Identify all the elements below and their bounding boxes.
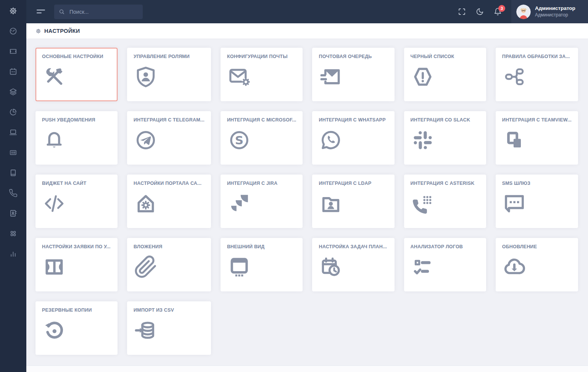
avatar bbox=[516, 5, 531, 19]
mail-gear-icon bbox=[227, 65, 251, 89]
settings-card-mail-send[interactable]: ПОЧТОВАЯ ОЧЕРЕДЬ bbox=[312, 48, 394, 101]
settings-card-clip[interactable]: ВЛОЖЕНИЯ bbox=[127, 238, 211, 291]
notifications-bell-icon[interactable]: 3 bbox=[493, 8, 502, 16]
sidebar-item-settings[interactable] bbox=[0, 1, 26, 21]
settings-card-mail-gear[interactable]: КОНФИГУРАЦИИ ПОЧТЫ bbox=[221, 48, 303, 101]
checklist-icon bbox=[411, 255, 435, 279]
skype-icon bbox=[227, 128, 251, 152]
mail-send-icon bbox=[319, 65, 343, 89]
phone-icon bbox=[9, 189, 18, 197]
bar-chart-icon bbox=[9, 249, 18, 258]
card-title: ПОЧТОВАЯ ОЧЕРЕДЬ bbox=[319, 54, 388, 59]
notification-badge: 3 bbox=[498, 5, 505, 12]
card-title: АНАЛИЗАТОР ЛОГОВ bbox=[411, 244, 480, 249]
sms-icon bbox=[503, 192, 526, 215]
settings-card-phone-pad[interactable]: ИНТЕГРАЦИЯ С ASTERISK bbox=[404, 175, 486, 228]
sidebar-item-knowledge-base[interactable] bbox=[0, 163, 26, 183]
card-title: УПРАВЛЕНИЕ РОЛЯМИ bbox=[134, 54, 205, 59]
sidebar-item-contacts[interactable] bbox=[0, 203, 26, 223]
sidebar-item-reports[interactable] bbox=[0, 102, 26, 122]
settings-card-hex-alert[interactable]: ЧЕРНЫЙ СПИСОК bbox=[404, 48, 486, 101]
phone-pad-icon bbox=[411, 192, 435, 215]
squares-icon bbox=[503, 128, 526, 152]
card-title: ОСНОВНЫЕ НАСТРОЙКИ bbox=[42, 54, 111, 59]
settings-card-shield-user[interactable]: УПРАВЛЕНИЕ РОЛЯМИ bbox=[127, 48, 211, 101]
moon-icon[interactable] bbox=[475, 8, 484, 16]
settings-card-sms[interactable]: SMS ШЛЮЗ bbox=[496, 175, 578, 228]
sidebar-item-statistics[interactable] bbox=[0, 244, 26, 264]
search-input[interactable] bbox=[69, 8, 138, 15]
user-menu[interactable]: Администратор Администратор bbox=[511, 0, 588, 23]
card-title: ИМПОРТ ИЗ CSV bbox=[134, 307, 205, 313]
card-title: ВИДЖЕТ НА САЙТ bbox=[42, 181, 111, 186]
settings-card-telegram[interactable]: ИНТЕГРАЦИЯ С TELEGRAM... bbox=[127, 111, 211, 165]
cloud-down-icon bbox=[503, 255, 526, 279]
sidebar-item-calendar[interactable] bbox=[0, 61, 26, 82]
telegram-icon bbox=[134, 128, 158, 152]
gear-icon bbox=[35, 28, 41, 34]
card-title: ВНЕШНИЙ ВИД bbox=[227, 244, 296, 249]
sidebar-item-dashboard[interactable] bbox=[0, 21, 26, 41]
settings-content: ОСНОВНЫЕ НАСТРОЙКИ УПРАВЛЕНИЕ РОЛЯМИ КОН… bbox=[26, 39, 588, 366]
sidebar-item-apps[interactable] bbox=[0, 223, 26, 244]
address-book-icon bbox=[9, 209, 18, 218]
settings-card-db-import[interactable]: ИМПОРТ ИЗ CSV bbox=[127, 301, 211, 355]
card-title: ЧЕРНЫЙ СПИСОК bbox=[411, 54, 480, 59]
sidebar-item-calls[interactable] bbox=[0, 183, 26, 203]
sidebar-item-layers[interactable] bbox=[0, 82, 26, 102]
settings-card-house-gear[interactable]: НАСТРОЙКИ ПОРТАЛА СА... bbox=[127, 175, 211, 228]
barcode-icon bbox=[9, 148, 18, 157]
card-title: ПРАВИЛА ОБРАБОТКИ ЗА... bbox=[502, 54, 572, 59]
card-title: ИНТЕГРАЦИЯ С JIRA bbox=[227, 181, 296, 186]
calendar-icon bbox=[9, 67, 18, 76]
card-title: НАСТРОЙКА ЗАДАЧ ПЛАН... bbox=[319, 244, 388, 249]
pie-icon bbox=[9, 108, 18, 116]
sidebar-item-devices[interactable] bbox=[0, 122, 26, 142]
tools-icon bbox=[42, 65, 66, 89]
settings-card-restore[interactable]: РЕЗЕРВНЫЕ КОПИИ bbox=[35, 301, 118, 355]
settings-card-tools[interactable]: ОСНОВНЫЕ НАСТРОЙКИ bbox=[35, 48, 118, 101]
settings-card-squares[interactable]: ИНТЕГРАЦИЯ С TEAMVIEW... bbox=[496, 111, 578, 165]
settings-grid: ОСНОВНЫЕ НАСТРОЙКИ УПРАВЛЕНИЕ РОЛЯМИ КОН… bbox=[35, 48, 578, 355]
sidebar-item-barcode[interactable] bbox=[0, 142, 26, 163]
user-name: Администратор bbox=[535, 5, 575, 12]
settings-card-bell[interactable]: PUSH УВЕДОМЛЕНИЯ bbox=[35, 111, 118, 165]
settings-card-folder-user[interactable]: ИНТЕГРАЦИЯ С LDAP bbox=[312, 175, 394, 228]
settings-card-flow[interactable]: ПРАВИЛА ОБРАБОТКИ ЗА... bbox=[496, 48, 578, 101]
layers-icon bbox=[9, 87, 18, 96]
settings-card-jira[interactable]: ИНТЕГРАЦИЯ С JIRA bbox=[221, 175, 303, 228]
settings-card-cal-clock[interactable]: НАСТРОЙКА ЗАДАЧ ПЛАН... bbox=[312, 238, 394, 291]
screen-icon bbox=[227, 255, 251, 279]
page-header: НАСТРОЙКИ bbox=[26, 23, 588, 39]
cal-clock-icon bbox=[319, 255, 343, 279]
menu-toggle-icon[interactable] bbox=[36, 8, 45, 15]
sidebar-item-tickets[interactable] bbox=[0, 41, 26, 61]
jira-icon bbox=[227, 192, 251, 215]
settings-card-skype[interactable]: ИНТЕГРАЦИЯ С MICROSOF... bbox=[221, 111, 303, 165]
card-title: НАСТРОЙКИ ЗАЯВКИ ПО У... bbox=[42, 244, 111, 249]
user-texts: Администратор Администратор bbox=[535, 5, 575, 18]
settings-card-whatsapp[interactable]: ИНТЕГРАЦИЯ С WHATSAPP bbox=[312, 111, 394, 165]
settings-card-ticket-card[interactable]: НАСТРОЙКИ ЗАЯВКИ ПО У... bbox=[35, 238, 118, 291]
footer-bar bbox=[26, 366, 588, 372]
user-role: Администратор bbox=[535, 12, 575, 18]
card-title: ИНТЕГРАЦИЯ С ASTERISK bbox=[411, 181, 480, 186]
gear-icon bbox=[9, 6, 18, 15]
settings-card-slack[interactable]: ИНТЕГРАЦИЯ СО SLACK bbox=[404, 111, 486, 165]
apps-icon bbox=[9, 229, 18, 238]
card-title: ИНТЕГРАЦИЯ С TELEGRAM... bbox=[134, 117, 205, 123]
settings-card-checklist[interactable]: АНАЛИЗАТОР ЛОГОВ bbox=[404, 238, 486, 291]
sidebar bbox=[0, 0, 26, 372]
settings-card-code[interactable]: ВИДЖЕТ НА САЙТ bbox=[35, 175, 118, 228]
flow-icon bbox=[503, 65, 526, 89]
gauge-icon bbox=[9, 27, 18, 36]
settings-card-cloud-down[interactable]: ОБНОВЛЕНИЕ bbox=[496, 238, 578, 291]
card-title: SMS ШЛЮЗ bbox=[502, 181, 572, 186]
fullscreen-icon[interactable] bbox=[458, 8, 466, 16]
card-title: ИНТЕГРАЦИЯ СО SLACK bbox=[411, 117, 480, 123]
card-title: ИНТЕГРАЦИЯ С WHATSAPP bbox=[319, 117, 388, 123]
hex-alert-icon bbox=[411, 65, 435, 89]
laptop-icon bbox=[9, 128, 18, 137]
card-title: ИНТЕГРАЦИЯ С MICROSOF... bbox=[227, 117, 296, 123]
settings-card-screen[interactable]: ВНЕШНИЙ ВИД bbox=[221, 238, 303, 291]
